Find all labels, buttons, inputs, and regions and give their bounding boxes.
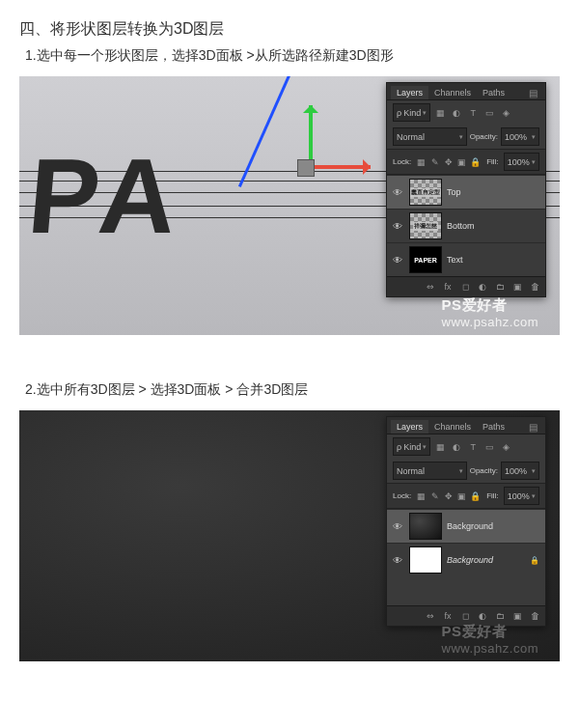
lock-paint-icon[interactable]: ✎ bbox=[429, 490, 440, 503]
layer-background-3d[interactable]: 👁 Background bbox=[387, 509, 545, 543]
filter-fx-icon[interactable]: ◈ bbox=[499, 106, 512, 120]
filter-shape-icon[interactable]: ▭ bbox=[482, 106, 496, 120]
tab-paths[interactable]: Paths bbox=[477, 420, 510, 434]
layer-name-label: Text bbox=[447, 255, 463, 265]
filter-adj-icon[interactable]: ◐ bbox=[450, 106, 463, 120]
tab-channels[interactable]: Channels bbox=[428, 420, 477, 434]
opacity-value[interactable]: 100%▾ bbox=[501, 127, 539, 146]
fill-value[interactable]: 100%▾ bbox=[504, 487, 539, 505]
adjustment-icon[interactable]: ◐ bbox=[476, 280, 489, 294]
lock-label: Lock: bbox=[393, 157, 411, 166]
panel-tabs: Layers Channels Paths ▤ bbox=[387, 417, 545, 434]
layers-panel: Layers Channels Paths ▤ ρKind▾ ▦ ◐ T ▭ ◈… bbox=[386, 82, 546, 297]
fill-value[interactable]: 100%▾ bbox=[504, 153, 539, 171]
layer-name-label: Background bbox=[447, 521, 493, 531]
layer-name-label: Top bbox=[447, 187, 461, 197]
layers-panel: Layers Channels Paths ▤ ρKind▾ ▦ ◐ T ▭ ◈… bbox=[386, 416, 546, 627]
layer-thumb[interactable]: 蠢直自定型 bbox=[409, 179, 442, 206]
opacity-value[interactable]: 100%▾ bbox=[501, 462, 539, 480]
link-layers-icon[interactable]: ⇔ bbox=[424, 280, 437, 294]
filter-img-icon[interactable]: ▦ bbox=[433, 440, 447, 454]
fx-icon[interactable]: fx bbox=[441, 280, 455, 294]
panel-tabs: Layers Channels Paths ▤ bbox=[387, 83, 545, 100]
layer-name-label: Background bbox=[447, 555, 493, 565]
lock-move-icon[interactable]: ✥ bbox=[443, 490, 454, 503]
screenshot-1: PA Layers Channels Paths ▤ ρKind▾ ▦ ◐ T … bbox=[19, 76, 560, 335]
tab-paths[interactable]: Paths bbox=[477, 86, 510, 99]
visibility-toggle[interactable]: 👁 bbox=[391, 221, 404, 232]
filter-text-icon[interactable]: T bbox=[466, 440, 480, 454]
new-layer-icon[interactable]: ▣ bbox=[510, 280, 524, 294]
lock-transparent-icon[interactable]: ▦ bbox=[416, 490, 427, 503]
trash-icon[interactable]: 🗑 bbox=[528, 609, 541, 623]
fx-icon[interactable]: fx bbox=[441, 609, 455, 623]
tab-layers[interactable]: Layers bbox=[391, 420, 428, 434]
layer-thumb[interactable] bbox=[409, 513, 442, 540]
folder-icon[interactable]: 🗀 bbox=[493, 609, 507, 623]
tab-layers[interactable]: Layers bbox=[391, 86, 428, 99]
opacity-label: Opacity: bbox=[470, 132, 498, 141]
lock-artboard-icon[interactable]: ▣ bbox=[456, 490, 467, 503]
visibility-toggle[interactable]: 👁 bbox=[391, 255, 404, 266]
lock-all-icon[interactable]: 🔒 bbox=[470, 155, 481, 169]
lock-all-icon[interactable]: 🔒 bbox=[470, 490, 481, 503]
panel-footer: ⇔ fx ◻ ◐ 🗀 ▣ 🗑 bbox=[387, 276, 545, 296]
fill-label: Fill: bbox=[486, 491, 498, 500]
layer-background[interactable]: 👁 Background 🔒 bbox=[387, 543, 545, 576]
new-layer-icon[interactable]: ▣ bbox=[510, 609, 524, 623]
adjustment-icon[interactable]: ◐ bbox=[476, 609, 489, 623]
panel-menu-icon[interactable]: ▤ bbox=[525, 88, 541, 98]
blend-mode-select[interactable]: Normal▾ bbox=[393, 127, 467, 146]
lock-transparent-icon[interactable]: ▦ bbox=[416, 155, 427, 169]
opacity-label: Opacity: bbox=[470, 466, 498, 475]
lock-label: Lock: bbox=[393, 491, 411, 500]
lock-icon: 🔒 bbox=[530, 556, 541, 565]
layer-text[interactable]: 👁 PAPER Text bbox=[387, 242, 545, 276]
fill-label: Fill: bbox=[486, 157, 498, 166]
folder-icon[interactable]: 🗀 bbox=[493, 280, 507, 294]
link-layers-icon[interactable]: ⇔ bbox=[424, 609, 437, 623]
blend-mode-select[interactable]: Normal▾ bbox=[393, 462, 467, 480]
lock-paint-icon[interactable]: ✎ bbox=[429, 155, 440, 169]
trash-icon[interactable]: 🗑 bbox=[528, 280, 541, 294]
filter-img-icon[interactable]: ▦ bbox=[433, 106, 447, 120]
step-2-text: 2.选中所有3D图层 > 选择3D面板 > 合并3D图层 bbox=[25, 381, 560, 399]
layer-thumb[interactable]: 祥彌怎慈 bbox=[409, 212, 442, 239]
panel-menu-icon[interactable]: ▤ bbox=[525, 422, 541, 433]
filter-fx-icon[interactable]: ◈ bbox=[499, 440, 512, 454]
lock-artboard-icon[interactable]: ▣ bbox=[456, 155, 467, 169]
tab-channels[interactable]: Channels bbox=[428, 86, 477, 99]
layer-name-label: Bottom bbox=[447, 221, 475, 231]
filter-text-icon[interactable]: T bbox=[466, 106, 480, 120]
filter-shape-icon[interactable]: ▭ bbox=[482, 440, 496, 454]
visibility-toggle[interactable]: 👁 bbox=[391, 521, 404, 532]
step-1-text: 1.选中每一个形状图层，选择3D面板 >从所选路径新建3D图形 bbox=[25, 47, 560, 65]
screenshot-2: Layers Channels Paths ▤ ρKind▾ ▦ ◐ T ▭ ◈… bbox=[19, 410, 560, 661]
axis-origin-cube[interactable] bbox=[297, 159, 315, 177]
visibility-toggle[interactable]: 👁 bbox=[391, 555, 404, 566]
mask-icon[interactable]: ◻ bbox=[458, 609, 472, 623]
mask-icon[interactable]: ◻ bbox=[458, 280, 472, 294]
3d-text-paper: PA bbox=[23, 134, 189, 257]
layer-thumb[interactable] bbox=[409, 546, 442, 574]
layer-bottom[interactable]: 👁 祥彌怎慈 Bottom bbox=[387, 209, 545, 242]
axis-y-arrow[interactable] bbox=[309, 105, 313, 163]
watermark: PS爱好者 www.psahz.com bbox=[442, 623, 538, 656]
guide-line bbox=[238, 76, 312, 187]
section-heading-4: 四、将形状图层转换为3D图层 bbox=[19, 19, 560, 40]
filter-adj-icon[interactable]: ◐ bbox=[450, 440, 463, 454]
3d-axis-gizmo[interactable] bbox=[270, 134, 405, 211]
kind-filter[interactable]: ρKind▾ bbox=[393, 103, 430, 122]
axis-x-arrow[interactable] bbox=[313, 165, 371, 169]
watermark: PS爱好者 www.psahz.com bbox=[442, 296, 538, 329]
visibility-toggle[interactable]: 👁 bbox=[391, 187, 404, 198]
kind-filter[interactable]: ρKind▾ bbox=[393, 437, 430, 456]
layer-top[interactable]: 👁 蠢直自定型 Top bbox=[387, 175, 545, 209]
lock-move-icon[interactable]: ✥ bbox=[443, 155, 454, 169]
layer-thumb[interactable]: PAPER bbox=[409, 246, 442, 273]
